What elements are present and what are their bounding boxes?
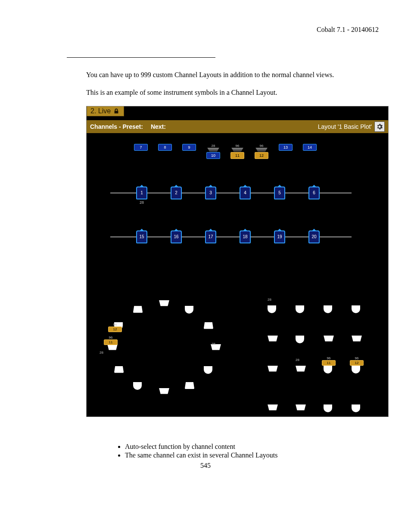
circle-fixture[interactable] [107, 344, 118, 350]
fixture-top-9[interactable]: 9 [182, 144, 196, 151]
circle-label: 28 [100, 351, 103, 355]
channel-number: 14 [303, 144, 317, 151]
page-header: Cobalt 7.1 - 20140612 [32, 26, 379, 34]
bullet-1: Auto-select function by channel content [125, 443, 379, 451]
grid-fixture[interactable] [324, 404, 332, 412]
bar-fixture-18[interactable]: 18 [240, 230, 251, 243]
fixture-top-7[interactable]: 7 [134, 144, 148, 151]
page-number: 545 [32, 462, 379, 470]
bar-fixture-2[interactable]: 2 [171, 187, 182, 199]
grid-fixture[interactable] [296, 404, 306, 411]
grid-fixture[interactable] [324, 336, 334, 342]
circle-fixture[interactable] [204, 322, 213, 329]
grid-fixture[interactable] [268, 366, 278, 372]
circle-fixture[interactable] [185, 382, 194, 389]
channel-number: 12 [255, 152, 268, 159]
bar-fixture-3[interactable]: 3 [205, 187, 216, 199]
grid-fixture[interactable] [352, 404, 360, 412]
tab-label: 2. Live [90, 107, 111, 115]
value-label: 96 [260, 144, 264, 148]
grid-label: 9611 [322, 356, 336, 366]
bar-fixture-19[interactable]: 19 [274, 230, 285, 243]
grid-fixture[interactable] [324, 305, 332, 313]
channel-number: 13 [279, 144, 293, 151]
bar-fixture-6[interactable]: 6 [308, 187, 320, 199]
fixture-top-13[interactable]: 13 [279, 144, 293, 151]
grid-fixture[interactable] [352, 305, 360, 313]
grid-fixture[interactable] [324, 366, 332, 373]
circle-label: 9611 [104, 336, 118, 345]
grid-fixture[interactable] [268, 336, 278, 342]
channel-number: 9 [182, 144, 196, 151]
circle-fixture[interactable] [133, 382, 142, 390]
channel-number: 11 [230, 152, 244, 159]
fixture-top-8[interactable]: 8 [158, 144, 172, 151]
bar-fixture-15[interactable]: 15 [136, 230, 147, 243]
bar-fixture-5[interactable]: 5 [274, 187, 285, 199]
grid-fixture[interactable] [268, 404, 278, 411]
value-label: 28 [137, 200, 146, 205]
fixture-top-14[interactable]: 14 [303, 144, 317, 151]
circle-fixture[interactable] [185, 306, 193, 314]
value-label: 28 [212, 144, 215, 148]
bullet-2: The same channel can exist in several Ch… [125, 451, 379, 459]
bar-fixture-1[interactable]: 128 [136, 187, 147, 199]
gear-icon [377, 124, 383, 130]
fixture-top-11[interactable]: 9611 [230, 144, 244, 159]
beam-icon [231, 148, 243, 152]
paragraph-2: This is an example of some instrument sy… [86, 88, 379, 97]
value-label: 96 [236, 144, 240, 148]
beam-icon [207, 148, 219, 152]
toolbar-channels-label: Channels - Preset: [90, 123, 143, 130]
grid-label: 9612 [350, 356, 364, 366]
layout-canvas: 7892810961196121314 12823456 15161718192… [87, 133, 388, 417]
circle-fixture[interactable] [133, 306, 143, 313]
circle-fixture[interactable] [159, 388, 169, 394]
circle-fixture[interactable] [114, 366, 124, 373]
fixture-top-10[interactable]: 2810 [206, 144, 220, 159]
settings-button[interactable] [374, 121, 385, 132]
grid-fixture[interactable] [352, 366, 360, 373]
app-screenshot: 2. Live Channels - Preset: Next: Layout … [86, 106, 389, 417]
grid-fixture[interactable] [352, 336, 362, 342]
beam-icon [255, 148, 268, 152]
toolbar-layout-name: Layout '1 Basic Plot' [318, 123, 372, 130]
channel-number: 7 [134, 144, 148, 151]
grid-fixture[interactable] [296, 366, 306, 372]
channel-number: 10 [206, 152, 220, 159]
bar-fixture-20[interactable]: 20 [308, 230, 320, 243]
channel-number: 8 [158, 144, 172, 151]
grid-fixture[interactable] [296, 305, 304, 313]
grid-label: 28 [296, 358, 299, 362]
circle-fixture[interactable] [204, 366, 212, 374]
fixture-top-12[interactable]: 9612 [255, 144, 268, 159]
lock-icon [113, 108, 119, 114]
bar-fixture-16[interactable]: 16 [171, 230, 182, 243]
bullet-list: Auto-select function by channel content … [108, 443, 379, 459]
grid-fixture[interactable] [268, 305, 276, 313]
circle-label: 9612 [108, 323, 122, 332]
paragraph-1: You can have up to 999 custom Channel La… [86, 71, 379, 80]
circle-label: 28 [212, 342, 215, 346]
grid-label: 28 [268, 298, 271, 302]
toolbar: Channels - Preset: Next: Layout '1 Basic… [87, 120, 388, 133]
bar-fixture-17[interactable]: 17 [205, 230, 216, 243]
bar-fixture-4[interactable]: 4 [240, 187, 251, 199]
separator [67, 57, 215, 58]
circle-fixture[interactable] [159, 300, 169, 306]
tab-live[interactable]: 2. Live [87, 106, 124, 116]
toolbar-next-label: Next: [151, 123, 166, 130]
grid-fixture[interactable] [296, 336, 304, 343]
